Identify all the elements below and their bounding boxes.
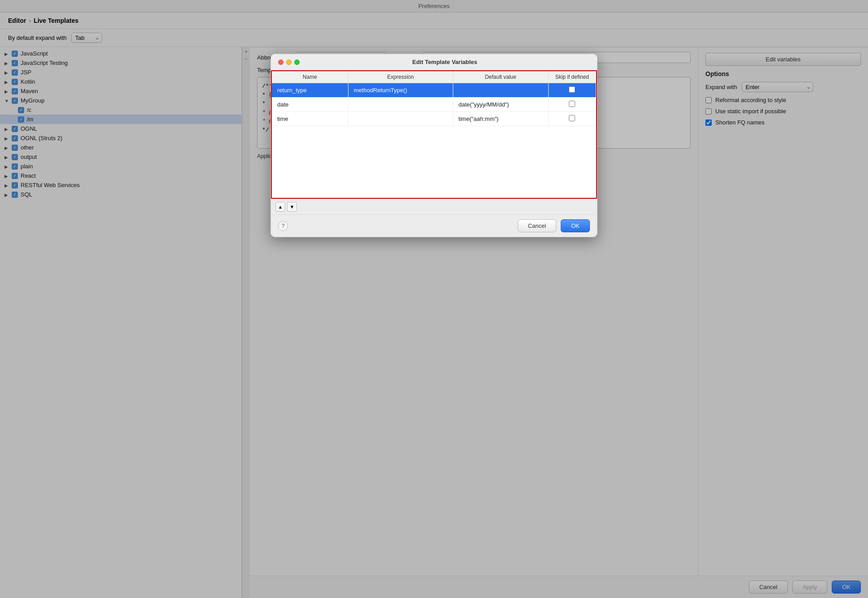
modal-header: Edit Template Variables	[271, 54, 597, 70]
cell-expr-return-type: methodReturnType()	[348, 83, 453, 98]
minimize-button[interactable]	[286, 60, 292, 65]
modal-footer-buttons: Cancel OK	[518, 219, 590, 232]
move-up-btn[interactable]: ▲	[275, 202, 285, 212]
cell-name-time: time	[272, 112, 348, 126]
cell-name-return-type: return_type	[272, 83, 348, 98]
help-button[interactable]: ?	[278, 221, 288, 231]
modal-title: Edit Template Variables	[300, 59, 590, 65]
modal-table-area: Name Expression Default value Skip if de…	[271, 70, 597, 199]
table-row-time[interactable]: time time("aah:mm")	[272, 112, 596, 126]
modal-dialog: Edit Template Variables Name Expression …	[271, 54, 597, 237]
cell-skip-date	[548, 98, 596, 112]
cell-skip-time	[548, 112, 596, 126]
modal-empty-area	[272, 126, 596, 198]
modal-cancel-button[interactable]: Cancel	[518, 219, 556, 232]
cell-default-date: date("yyyy/MM/dd")	[453, 98, 548, 112]
skip-checkbox-return-type[interactable]	[569, 86, 575, 93]
cell-default-time: time("aah:mm")	[453, 112, 548, 126]
modal-overlay: Edit Template Variables Name Expression …	[0, 0, 868, 598]
col-header-default: Default value	[453, 71, 548, 83]
cell-default-return-type	[453, 83, 548, 98]
traffic-lights	[278, 60, 300, 65]
cell-skip-return-type	[548, 83, 596, 98]
cell-name-date: date	[272, 98, 348, 112]
modal-ok-button[interactable]: OK	[561, 219, 590, 232]
main-window: Preferences Editor › Live Templates By d…	[0, 0, 868, 598]
col-header-name: Name	[272, 71, 348, 83]
modal-table: Name Expression Default value Skip if de…	[272, 71, 596, 126]
close-button[interactable]	[278, 60, 284, 65]
maximize-button[interactable]	[294, 60, 300, 65]
table-row-return-type[interactable]: return_type methodReturnType()	[272, 83, 596, 98]
col-header-expression: Expression	[348, 71, 453, 83]
table-row-date[interactable]: date date("yyyy/MM/dd")	[272, 98, 596, 112]
modal-toolbar: ▲ ▼	[271, 199, 597, 214]
skip-checkbox-date[interactable]	[569, 101, 575, 107]
modal-footer: ? Cancel OK	[271, 214, 597, 237]
cell-expr-time	[348, 112, 453, 126]
cell-expr-date	[348, 98, 453, 112]
move-down-btn[interactable]: ▼	[287, 202, 297, 212]
skip-checkbox-time[interactable]	[569, 115, 575, 121]
col-header-skip: Skip if defined	[548, 71, 596, 83]
